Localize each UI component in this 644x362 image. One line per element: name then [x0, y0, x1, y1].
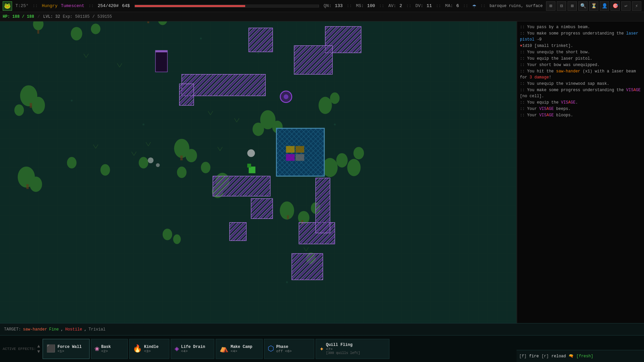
money: 64$ — [122, 3, 130, 8]
bask-info: Bask <2> — [101, 345, 111, 353]
phase-key: off <6> — [276, 349, 291, 353]
icon-btn-1[interactable]: ⊞ — [546, 1, 555, 11]
target-label: TARGET: — [4, 327, 21, 332]
map-container — [0, 21, 517, 323]
exp-next: 539155 — [97, 14, 112, 19]
svg-point-101 — [238, 195, 240, 197]
second-status-bar: HP: 188 / 188 / LVL: 32 Exp: 501185 / 53… — [0, 12, 644, 21]
svg-rect-47 — [287, 215, 289, 219]
div3: :: — [347, 3, 352, 8]
log-line-12: :: Your VISAGE bloops. — [520, 112, 641, 118]
icon-btn-7[interactable]: 🎯 — [610, 1, 620, 11]
svg-point-69 — [247, 149, 255, 157]
svg-rect-55 — [179, 84, 194, 105]
ms-label: MS: — [356, 3, 364, 8]
svg-point-15 — [14, 105, 24, 116]
bottom-section: TARGET: saw-hander Fine, Hostile, Trivia… — [0, 323, 644, 362]
icon-btn-5[interactable]: ⏳ — [589, 1, 598, 11]
svg-point-70 — [148, 158, 154, 163]
hp-display: HP: 188 / 188 — [3, 14, 34, 19]
make-camp-icon: ⛺ — [219, 344, 228, 353]
svg-point-30 — [67, 157, 77, 168]
target-bar: TARGET: saw-hander Fine, Hostile, Trivia… — [0, 323, 644, 335]
ability-life-drain[interactable]: ◈ Life Drain <4> — [171, 339, 214, 359]
svg-rect-73 — [247, 164, 251, 167]
reload-label: reload — [551, 354, 566, 359]
quill-fling-extra: [300 quills left] — [326, 351, 360, 355]
div6: :: — [436, 3, 441, 8]
svg-rect-44 — [30, 103, 32, 108]
icon-btn-3[interactable]: ⊠ — [568, 1, 577, 11]
svg-point-14 — [32, 97, 45, 114]
force-wall-key: <1> — [57, 349, 82, 353]
svg-rect-60 — [316, 178, 330, 233]
svg-point-32 — [139, 157, 149, 168]
log-line-3: ♥1d10 [small trinket]. — [520, 43, 641, 49]
make-camp-info: Make Camp <4> — [230, 345, 252, 353]
phase-name: Phase — [276, 345, 291, 349]
quill-fling-info: Quill Fling <7> [300 quills left] — [326, 343, 360, 355]
ability-up-arrow[interactable]: ▲ — [37, 344, 40, 349]
exp-label: Exp: — [63, 14, 72, 19]
game-viewport[interactable] — [0, 21, 517, 323]
svg-rect-46 — [26, 184, 29, 189]
svg-rect-52 — [155, 50, 167, 72]
life-drain-key: <4> — [181, 349, 205, 353]
svg-rect-64 — [296, 146, 304, 153]
svg-point-99 — [143, 124, 145, 126]
svg-point-98 — [71, 100, 73, 102]
life-drain-icon: ◈ — [174, 344, 179, 353]
svg-rect-53 — [155, 50, 167, 52]
hp-bar — [135, 5, 319, 7]
icon-btn-2[interactable]: ⊟ — [557, 1, 566, 11]
target-name: saw-hander — [23, 327, 47, 332]
turn-label: T:25° — [15, 3, 29, 8]
ability-quill-fling[interactable]: ✦ Quill Fling <7> [300 quills left] — [316, 339, 389, 359]
phase-info: Phase off <6> — [276, 345, 291, 353]
icon-btn-4[interactable]: 🔍 — [578, 1, 588, 11]
svg-point-97 — [257, 52, 259, 54]
icon-btn-6[interactable]: 👤 — [600, 1, 609, 11]
svg-point-35 — [354, 147, 364, 159]
hp-fraction: 254/420# — [98, 3, 118, 8]
ability-make-camp[interactable]: ⛺ Make Camp <4> — [216, 339, 263, 359]
div4: :: — [379, 3, 384, 8]
ability-nav[interactable]: ▲ ▼ — [37, 344, 40, 354]
kindle-info: Kindle <3> — [144, 345, 158, 353]
svg-point-12 — [91, 24, 101, 34]
div8: :: — [480, 3, 486, 8]
div2: :: — [89, 3, 94, 8]
life-drain-info: Life Drain <4> — [181, 345, 205, 353]
kindle-name: Kindle — [144, 345, 158, 349]
svg-point-19 — [253, 123, 264, 136]
svg-point-17 — [330, 93, 340, 104]
svg-point-100 — [334, 124, 336, 126]
log-line-6: :: Your short bow was unequipped. — [520, 62, 641, 68]
svg-point-25 — [185, 149, 197, 162]
ability-kindle[interactable]: 🔥 Kindle <3> — [129, 339, 169, 359]
player-icon: 🐸 — [3, 1, 12, 11]
div1: :: — [33, 3, 38, 8]
icon-btn-9[interactable]: ⚡ — [632, 1, 641, 11]
ability-force-wall[interactable]: ⬛ Force Wall <1> — [43, 339, 90, 359]
quill-fling-name: Quill Fling — [326, 343, 360, 347]
bask-key: <2> — [101, 349, 111, 353]
svg-point-33 — [177, 167, 187, 178]
force-wall-icon: ⬛ — [46, 344, 55, 353]
svg-rect-42 — [147, 21, 149, 23]
log-line-4: :: You unequip the short bow. — [520, 49, 641, 55]
icon-btn-8[interactable]: ↩ — [621, 1, 631, 11]
ma-value: 6 — [456, 3, 459, 8]
log-line-9: :: You make some progress understanding … — [520, 87, 641, 99]
dv-label: DV: — [415, 3, 423, 8]
qn-value: 133 — [335, 3, 342, 8]
quill-fling-icon: ✦ — [319, 344, 324, 353]
action-bar: [f] fire [r] reload 🔫 [fresh] — [517, 350, 644, 362]
ability-phase[interactable]: ⬡ Phase off <6> — [264, 339, 314, 359]
ability-down-arrow[interactable]: ▼ — [37, 349, 40, 354]
active-effects-label: ACTIVE EFFECTS: — [3, 347, 36, 351]
main-layout: :: You pass by a nimbus beam. :: You mak… — [0, 21, 644, 323]
svg-rect-54 — [182, 74, 266, 96]
ability-bask[interactable]: ❀ Bask <2> — [91, 339, 128, 359]
svg-point-16 — [319, 97, 332, 114]
